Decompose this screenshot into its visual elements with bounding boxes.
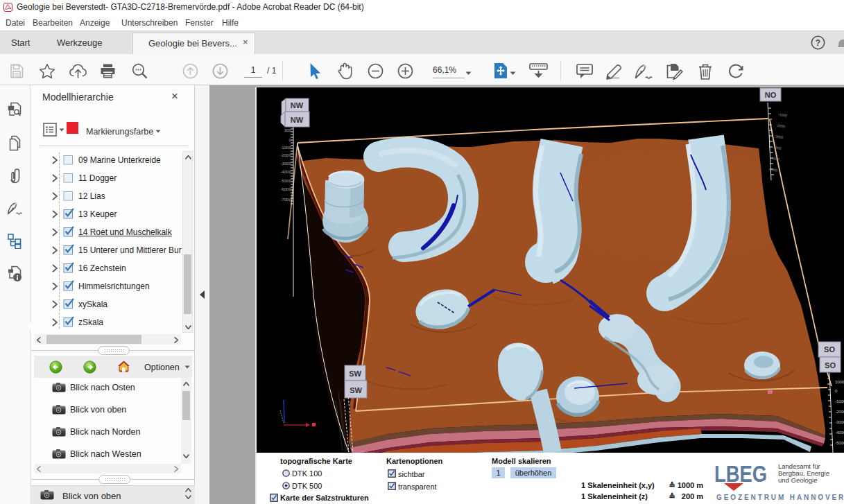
svg-text:0: 0 — [289, 137, 292, 142]
svg-text:NO: NO — [765, 91, 777, 99]
svg-text:-4000: -4000 — [835, 431, 844, 435]
svg-text:1000: 1000 — [835, 380, 844, 384]
svg-text:LBEG: LBEG — [714, 462, 767, 487]
svg-text:-2000: -2000 — [835, 410, 844, 414]
svg-text:-1000: -1000 — [280, 145, 291, 150]
svg-text:SO: SO — [824, 345, 835, 354]
svg-text:-3000: -3000 — [835, 420, 844, 424]
svg-text:-5000: -5000 — [835, 441, 844, 445]
svg-text:-3000: -3000 — [280, 161, 291, 166]
svg-text:?: ? — [816, 38, 820, 48]
svg-text:300: 300 — [284, 128, 292, 132]
svg-text:SW: SW — [349, 370, 361, 378]
svg-text:NW: NW — [291, 101, 304, 110]
svg-text:-5000: -5000 — [280, 178, 291, 183]
svg-text:NW: NW — [291, 116, 304, 124]
svg-text:SO: SO — [825, 361, 836, 370]
svg-text:SW: SW — [350, 386, 362, 394]
svg-text:-2000: -2000 — [280, 153, 291, 157]
svg-text:-7000: -7000 — [280, 197, 291, 202]
svg-text:-1000: -1000 — [835, 399, 844, 403]
svg-text:-4000: -4000 — [280, 169, 291, 174]
svg-text:-6000: -6000 — [280, 186, 291, 191]
